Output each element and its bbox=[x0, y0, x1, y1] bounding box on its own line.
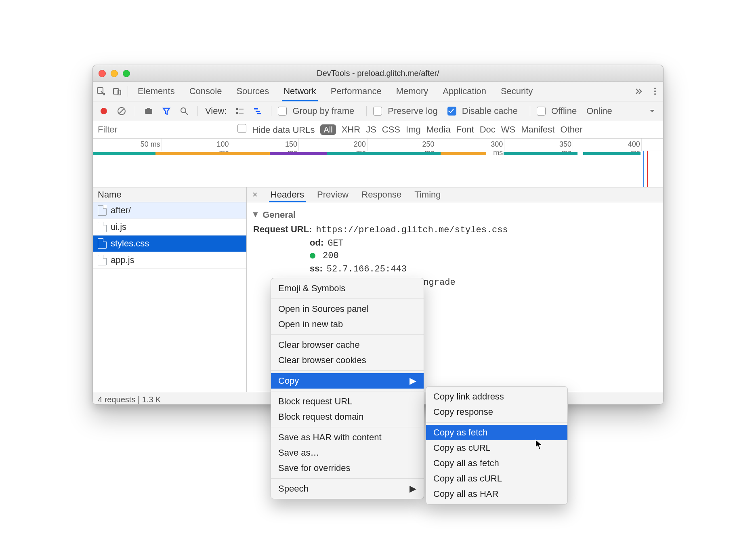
tab-elements[interactable]: Elements bbox=[130, 82, 182, 101]
tab-timing[interactable]: Timing bbox=[413, 187, 442, 202]
context-menu-item-label: Open in new tab bbox=[278, 319, 343, 330]
context-menu-item[interactable]: Emoji & Symbols bbox=[271, 281, 424, 296]
type-font[interactable]: Font bbox=[456, 124, 474, 135]
context-menu-item[interactable]: Copy all as HAR bbox=[426, 486, 567, 502]
offline[interactable]: Offline bbox=[537, 106, 577, 116]
timeline-tick: 400 ms bbox=[641, 139, 642, 151]
context-menu-item[interactable]: Copy response bbox=[426, 404, 567, 420]
request-method-value: GET bbox=[328, 238, 344, 248]
type-js[interactable]: JS bbox=[366, 124, 376, 135]
hide-data-urls[interactable]: Hide data URLs bbox=[237, 124, 315, 135]
request-name: after/ bbox=[111, 205, 131, 216]
timeline-tick: 300 ms bbox=[504, 139, 504, 151]
tab-security[interactable]: Security bbox=[494, 82, 540, 101]
context-menu-item[interactable]: Save for overrides bbox=[271, 460, 424, 476]
status-text: 4 requests | 1.3 K bbox=[98, 395, 161, 404]
timeline-bars bbox=[93, 152, 663, 155]
context-menu-item[interactable]: Save as HAR with content bbox=[271, 430, 424, 445]
context-menu-item[interactable]: Copy link address bbox=[426, 389, 567, 404]
tab-console[interactable]: Console bbox=[182, 82, 229, 101]
device-toolbar-icon[interactable] bbox=[109, 82, 125, 101]
context-menu-item[interactable]: Speech▶ bbox=[271, 481, 424, 496]
context-menu-item-label: Clear browser cache bbox=[278, 340, 360, 350]
context-menu-item[interactable]: Copy all as cURL bbox=[426, 471, 567, 486]
preserve-log-checkbox[interactable] bbox=[373, 107, 382, 116]
request-list-header[interactable]: Name bbox=[93, 187, 246, 202]
context-menu-item[interactable]: Save as… bbox=[271, 445, 424, 460]
context-menu-item[interactable]: Copy as fetch bbox=[426, 425, 567, 440]
type-all[interactable]: All bbox=[320, 124, 336, 135]
context-menu[interactable]: Emoji & SymbolsOpen in Sources panelOpen… bbox=[271, 278, 424, 499]
timeline-tick: 350 ms bbox=[573, 139, 573, 151]
record-button[interactable] bbox=[97, 104, 111, 118]
disable-cache-checkbox[interactable] bbox=[447, 107, 456, 116]
screenshot-icon[interactable] bbox=[142, 104, 155, 118]
type-ws[interactable]: WS bbox=[501, 124, 515, 135]
request-row[interactable]: styles.css bbox=[93, 235, 246, 252]
timeline-marker bbox=[643, 151, 644, 187]
group-by-frame[interactable]: Group by frame bbox=[278, 106, 354, 116]
context-menu-item[interactable]: Copy as cURL bbox=[426, 440, 567, 456]
type-img[interactable]: Img bbox=[406, 124, 421, 135]
window-title: DevTools - preload.glitch.me/after/ bbox=[317, 69, 439, 78]
disable-cache[interactable]: Disable cache bbox=[447, 106, 518, 116]
throttling-dropdown-icon[interactable] bbox=[645, 104, 659, 118]
tab-memory[interactable]: Memory bbox=[389, 82, 435, 101]
close-window-button[interactable] bbox=[99, 70, 106, 77]
request-row[interactable]: after/ bbox=[93, 202, 246, 219]
filter-input[interactable] bbox=[97, 123, 232, 136]
request-list: Name after/ui.jsstyles.cssapp.js bbox=[93, 187, 247, 392]
svg-rect-12 bbox=[239, 109, 244, 109]
request-row[interactable]: app.js bbox=[93, 252, 246, 269]
zoom-window-button[interactable] bbox=[123, 70, 130, 77]
overflow-tabs-icon[interactable] bbox=[631, 82, 647, 101]
context-menu-item[interactable]: Clear browser cookies bbox=[271, 353, 424, 368]
context-menu-item[interactable]: Open in new tab bbox=[271, 317, 424, 332]
context-menu-item[interactable]: Copy▶ bbox=[271, 373, 424, 389]
minimize-window-button[interactable] bbox=[111, 70, 118, 77]
request-url-value: https://preload.glitch.me/styles.css bbox=[316, 225, 508, 235]
request-name: styles.css bbox=[111, 238, 149, 249]
tab-network[interactable]: Network bbox=[276, 82, 323, 101]
context-menu-item-label: Block request URL bbox=[278, 396, 352, 407]
hide-data-urls-checkbox[interactable] bbox=[237, 124, 246, 133]
filter-icon[interactable] bbox=[160, 104, 173, 118]
online-label: Online bbox=[586, 106, 612, 116]
inspect-element-icon[interactable] bbox=[93, 82, 109, 101]
tab-headers[interactable]: Headers bbox=[269, 187, 306, 202]
type-media[interactable]: Media bbox=[426, 124, 451, 135]
context-menu-item[interactable]: Copy all as fetch bbox=[426, 456, 567, 471]
waterfall-icon[interactable] bbox=[251, 104, 265, 118]
tab-preview[interactable]: Preview bbox=[315, 187, 350, 202]
group-by-frame-checkbox[interactable] bbox=[278, 107, 287, 116]
general-section-title[interactable]: ▾ General bbox=[253, 210, 657, 220]
type-doc[interactable]: Doc bbox=[480, 124, 496, 135]
request-row[interactable]: ui.js bbox=[93, 219, 246, 235]
kebab-menu-icon[interactable] bbox=[647, 82, 663, 101]
request-name: ui.js bbox=[111, 222, 126, 232]
type-other[interactable]: Other bbox=[560, 124, 582, 135]
offline-checkbox[interactable] bbox=[537, 107, 546, 116]
tab-response[interactable]: Response bbox=[360, 187, 403, 202]
search-icon[interactable] bbox=[177, 104, 191, 118]
context-submenu[interactable]: Copy link addressCopy responseCopy as fe… bbox=[426, 386, 568, 505]
context-menu-item-label: Copy all as fetch bbox=[433, 458, 499, 469]
tab-sources[interactable]: Sources bbox=[229, 82, 276, 101]
network-timeline[interactable]: 50 ms100 ms150 ms200 ms250 ms300 ms350 m… bbox=[93, 139, 663, 187]
svg-rect-8 bbox=[145, 109, 152, 114]
context-menu-item[interactable]: Clear browser cache bbox=[271, 337, 424, 353]
clear-button[interactable] bbox=[115, 104, 128, 118]
context-menu-item[interactable]: Block request domain bbox=[271, 409, 424, 425]
type-css[interactable]: CSS bbox=[382, 124, 400, 135]
close-details-icon[interactable]: × bbox=[251, 189, 259, 200]
type-xhr[interactable]: XHR bbox=[342, 124, 360, 135]
context-menu-item[interactable]: Open in Sources panel bbox=[271, 301, 424, 317]
tab-application[interactable]: Application bbox=[435, 82, 494, 101]
large-rows-icon[interactable] bbox=[233, 104, 247, 118]
type-manifest[interactable]: Manifest bbox=[521, 124, 554, 135]
context-menu-item[interactable]: Block request URL bbox=[271, 394, 424, 409]
group-by-frame-label: Group by frame bbox=[292, 106, 354, 116]
tab-performance[interactable]: Performance bbox=[323, 82, 389, 101]
disclosure-triangle-icon[interactable]: ▾ bbox=[253, 209, 258, 219]
preserve-log[interactable]: Preserve log bbox=[373, 106, 438, 116]
